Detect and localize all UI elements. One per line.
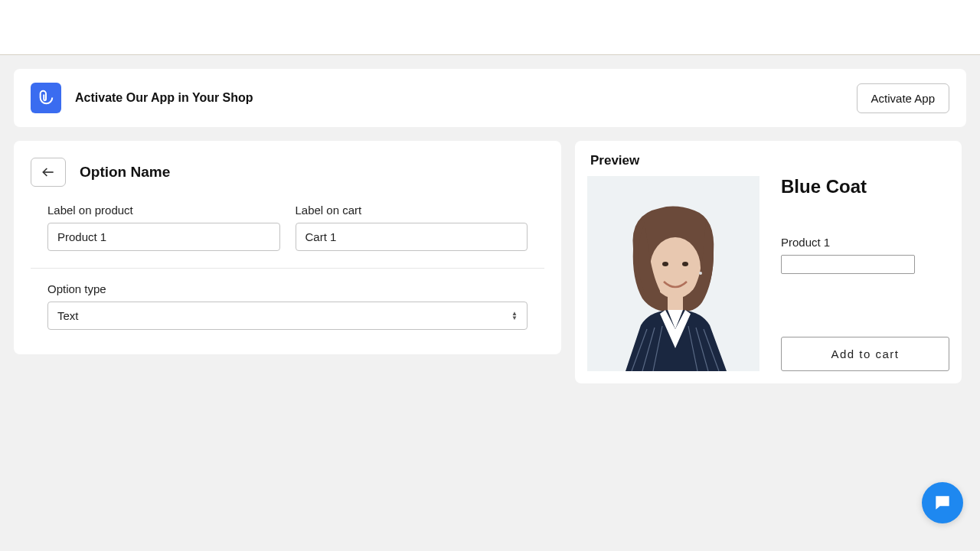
preview-card: Preview	[575, 141, 962, 383]
add-to-cart-button[interactable]: Add to cart	[781, 337, 949, 371]
svg-point-3	[662, 262, 668, 266]
select-arrows-icon: ▲ ▼	[511, 311, 518, 321]
top-blank-area	[0, 0, 980, 55]
chat-icon	[933, 493, 952, 513]
field-row: Label on product Label on cart	[31, 204, 544, 251]
divider	[31, 268, 544, 269]
content-area: Activate Our App in Your Shop Activate A…	[0, 55, 980, 397]
preview-product-label: Product 1	[781, 236, 949, 249]
preview-title: Preview	[587, 153, 949, 168]
preview-product-title: Blue Coat	[781, 176, 949, 197]
activate-app-button[interactable]: Activate App	[857, 83, 949, 113]
option-type-label: Option type	[47, 282, 528, 295]
app-icon	[31, 83, 61, 113]
activation-banner: Activate Our App in Your Shop Activate A…	[14, 69, 966, 127]
preview-body: Blue Coat Product 1 Add to cart	[587, 176, 949, 371]
preview-details: Blue Coat Product 1 Add to cart	[781, 176, 949, 371]
card-title: Option Name	[80, 164, 170, 181]
banner-text: Activate Our App in Your Shop	[75, 91, 253, 105]
svg-point-12	[699, 272, 702, 275]
chat-widget-button[interactable]	[922, 482, 963, 523]
preview-option-input[interactable]	[781, 255, 915, 274]
option-type-select[interactable]: Text ▲ ▼	[47, 302, 528, 330]
main-row: Option Name Label on product Label on ca…	[14, 141, 966, 383]
back-button[interactable]	[31, 158, 66, 187]
preview-product-image	[587, 176, 760, 371]
label-cart-field: Label on cart	[296, 204, 528, 251]
label-product-label: Label on product	[47, 204, 280, 217]
label-product-field: Label on product	[47, 204, 280, 251]
option-type-field: Option type Text ▲ ▼	[31, 282, 544, 337]
banner-left: Activate Our App in Your Shop	[31, 83, 253, 113]
label-cart-label: Label on cart	[296, 204, 528, 217]
svg-point-4	[682, 262, 688, 266]
option-type-value: Text	[57, 309, 79, 322]
label-product-input[interactable]	[47, 223, 280, 251]
label-cart-input[interactable]	[296, 223, 528, 251]
option-editor-card: Option Name Label on product Label on ca…	[14, 141, 561, 354]
card-header: Option Name	[31, 158, 544, 187]
arrow-left-icon	[41, 165, 56, 180]
